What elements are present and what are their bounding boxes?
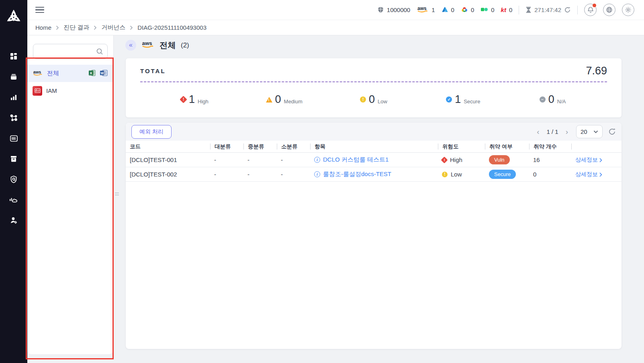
- session-timer: 271:47:42: [525, 6, 571, 13]
- info-icon: i: [314, 157, 320, 163]
- refresh-table-button[interactable]: [608, 128, 616, 135]
- hourglass-icon: [525, 6, 532, 13]
- service-item-iam[interactable]: IAM: [27, 82, 113, 99]
- prev-page-button[interactable]: ‹: [534, 128, 542, 135]
- item-link[interactable]: i 룰참조-룰설정docs-TEST: [310, 170, 438, 178]
- page-title: 전체: [159, 40, 176, 51]
- asset-count-value: 1000000: [387, 6, 410, 13]
- search-icon[interactable]: [96, 48, 103, 57]
- item-link-label: DCLO 커스텀룰 테스트1: [323, 156, 388, 164]
- breadcrumb-diagnosis[interactable]: 진단 결과: [63, 24, 89, 31]
- high-severity-icon: !: [180, 96, 187, 103]
- stat-value: 0: [275, 93, 281, 106]
- low-severity-icon: !: [442, 172, 448, 177]
- cell-vuln-count: 16: [529, 156, 571, 163]
- cell-code: [DCLO]TEST-001: [126, 156, 210, 163]
- collapse-panel-button[interactable]: «: [125, 40, 136, 51]
- chevron-right-icon: [130, 25, 133, 30]
- cell-minor: -: [277, 171, 310, 178]
- detail-link[interactable]: 상세정보: [575, 156, 602, 164]
- item-link[interactable]: i DCLO 커스텀룰 테스트1: [310, 156, 438, 164]
- word-export-icon[interactable]: W: [100, 69, 108, 78]
- grid-icon: [10, 52, 18, 60]
- sidebar-item-user-admin[interactable]: [9, 215, 18, 225]
- table-toolbar: 예외 처리 ‹ 1 / 1 › 20: [126, 123, 622, 141]
- divider: [519, 6, 519, 14]
- breadcrumb-home[interactable]: Home: [35, 24, 51, 31]
- cell-vuln-count: 0: [529, 171, 571, 178]
- ncp-count-value: 0: [491, 6, 494, 13]
- sidebar-item-reports[interactable]: [9, 92, 18, 102]
- cell-major: -: [210, 156, 243, 163]
- svg-text:aws: aws: [417, 6, 427, 11]
- aws-icon: aws: [141, 40, 155, 50]
- col-header-vuln-status: 취약 여부: [485, 144, 529, 150]
- col-header-vuln-count: 취약 개수: [529, 144, 571, 150]
- refresh-timer-icon[interactable]: [564, 6, 571, 13]
- secure-check-icon: ✓: [446, 96, 452, 103]
- table-row: [DCLO]TEST-002 - - - i 룰참조-룰설정docs-TEST …: [126, 167, 622, 182]
- detail-link-label: 상세정보: [575, 171, 598, 178]
- next-page-button[interactable]: ›: [563, 128, 570, 135]
- triquetra-logo-icon: [4, 8, 23, 29]
- main-title-row: « aws 전체 (2): [125, 40, 189, 51]
- col-header-risk: 위험도: [438, 144, 485, 150]
- sidebar-item-scanner[interactable]: [9, 133, 18, 143]
- total-score-value: 7.69: [586, 65, 607, 77]
- low-severity-icon: !: [360, 96, 366, 103]
- excel-export-icon[interactable]: X: [88, 69, 96, 78]
- service-item-label: IAM: [46, 87, 57, 94]
- sidebar-item-dashboard[interactable]: [9, 51, 18, 61]
- risk-label: High: [450, 156, 462, 163]
- stat-secure: ✓ 1 Secure: [418, 93, 508, 106]
- cloud-signal-icon: [9, 196, 18, 204]
- breadcrumb-governance[interactable]: 거버넌스: [101, 24, 125, 31]
- chevron-right-icon: [56, 25, 59, 30]
- sidebar-item-inventory[interactable]: [9, 154, 18, 164]
- archive-icon: [10, 155, 18, 163]
- brand-logo[interactable]: [0, 0, 27, 29]
- panel-resize-handle[interactable]: [115, 193, 119, 195]
- col-header-code: 코드: [126, 144, 210, 150]
- shield-search-icon: [10, 175, 18, 184]
- gear-icon: [625, 6, 632, 13]
- detail-link[interactable]: 상세정보: [575, 171, 602, 178]
- barcode-icon: [10, 134, 18, 143]
- cell-middle: -: [243, 171, 277, 178]
- page-size-select[interactable]: 20: [576, 125, 603, 138]
- settings-button[interactable]: [622, 4, 634, 16]
- stat-high: ! 1 High: [150, 93, 239, 106]
- service-item-aws-all[interactable]: aws 전체 X W: [27, 65, 113, 82]
- app-root: 1000000 aws 1 0 0 0 kt 0: [0, 0, 644, 363]
- network-icon: [10, 114, 18, 122]
- findings-table-card: 예외 처리 ‹ 1 / 1 › 20 코드 대분류 중분류 소분류 항목 위험도: [126, 123, 622, 349]
- kt-icon: kt: [501, 6, 506, 13]
- language-button[interactable]: [603, 4, 615, 16]
- bell-icon: [587, 6, 594, 13]
- menu-icon[interactable]: [35, 5, 44, 15]
- page-size-value: 20: [581, 128, 587, 135]
- ncp-counter: 0: [480, 6, 494, 14]
- notifications-button[interactable]: [584, 4, 597, 16]
- stat-label: Medium: [284, 98, 303, 106]
- chevron-right-icon: [599, 158, 602, 162]
- stat-value: 1: [189, 93, 195, 106]
- stat-medium: ! 0 Medium: [239, 93, 329, 106]
- stat-na: − 0 N/A: [508, 93, 597, 106]
- svg-text:X: X: [90, 71, 92, 75]
- cell-vuln-status: Vuln: [485, 155, 529, 164]
- exception-button[interactable]: 예외 처리: [131, 125, 172, 139]
- sidebar-item-resources[interactable]: [9, 72, 18, 82]
- col-header-item: 항목: [310, 144, 438, 150]
- sidebar-item-topology[interactable]: [9, 113, 18, 123]
- sidebar-item-cloud-usage[interactable]: [9, 195, 18, 205]
- service-search: [33, 44, 108, 59]
- kt-counter: kt 0: [501, 6, 513, 13]
- aws-counter: aws 1: [417, 6, 435, 14]
- iam-service-icon: [33, 86, 42, 96]
- chevron-right-icon: [94, 25, 97, 30]
- divider: [577, 6, 578, 14]
- user-gear-icon: [10, 216, 18, 224]
- sidebar-item-security-audit[interactable]: [9, 174, 18, 184]
- page-indicator: 1 / 1: [546, 128, 558, 135]
